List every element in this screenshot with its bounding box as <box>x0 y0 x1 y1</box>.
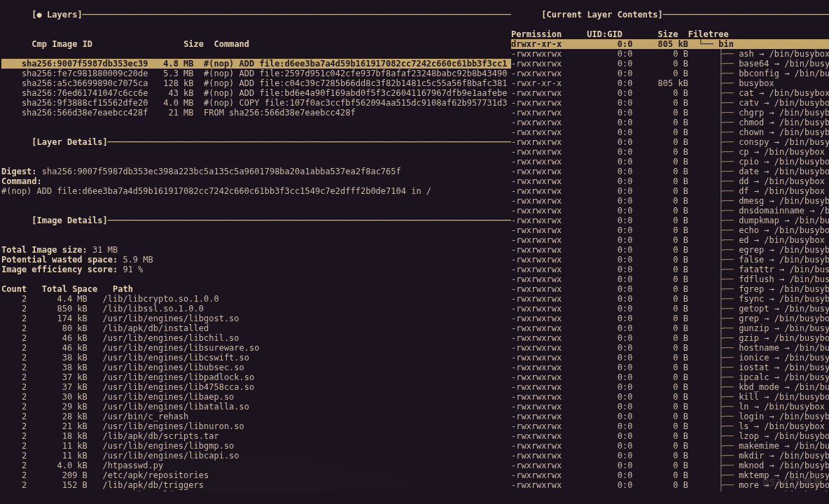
ineff-row: 2 11 kB /usr/lib/engines/libgmp.so <box>1 441 511 451</box>
contents-panel-title: [Current Layer Contents]────────────────… <box>511 0 829 29</box>
filetree-item[interactable]: -rwxrwxrwx 0:0 0 B ├── dd → /bin/busybox <box>511 176 829 186</box>
ineff-row: 2 4.0 kB /htpasswd.py <box>1 461 511 470</box>
image-details-title: [Image Details]─────────────────────────… <box>1 206 511 235</box>
filetree-item[interactable]: -rwxrwxrwx 0:0 0 B ├── cat → /bin/busybo… <box>511 88 829 98</box>
digest-line: Digest: sha256:9007f5987db353ec398a223bc… <box>1 167 511 176</box>
filetree-item[interactable]: -rwxrwxrwx 0:0 0 B ├── ed → /bin/busybox <box>511 235 829 245</box>
filetree-item[interactable]: -rwxrwxrwx 0:0 0 B ├── chmod → /bin/busy… <box>511 118 829 127</box>
filetree-item[interactable]: -rwxrwxrwx 0:0 0 B ├── dmesg → /bin/busy… <box>511 196 829 206</box>
col-cmp: Cmp <box>32 39 47 49</box>
layer-row[interactable]: sha256:76ed61741047c6cc6e 43 kB #(nop) A… <box>1 88 511 98</box>
ineff-row: 2 38 kB /usr/lib/engines/libcswift.so <box>1 353 511 363</box>
filetree-item[interactable]: -rwxrwxrwx 0:0 0 B ├── echo → /bin/busyb… <box>511 225 829 235</box>
ineff-row: 2 174 kB /usr/lib/engines/libgost.so <box>1 314 511 323</box>
filetree-item[interactable]: -rwxrwxrwx 0:0 0 B ├── fgrep → /bin/busy… <box>511 284 829 294</box>
filetree-item[interactable]: -rwxrwxrwx 0:0 0 B ├── egrep → /bin/busy… <box>511 245 829 255</box>
filetree-item[interactable]: -rwxrwxrwx 0:0 0 B ├── ash → /bin/busybo… <box>511 49 829 59</box>
filetree-item[interactable]: -rwxrwxrwx 0:0 0 B ├── date → /bin/busyb… <box>511 167 829 176</box>
layer-row[interactable]: sha256:9007f5987db353ec39 4.8 MB #(nop) … <box>1 59 511 69</box>
layer-row[interactable]: sha256:566d38e7eaebcc428f 21 MB FROM sha… <box>1 108 511 118</box>
filetree-item[interactable]: -rwxrwxrwx 0:0 0 B ├── catv → /bin/busyb… <box>511 98 829 108</box>
filetree-item[interactable]: -rwxrwxrwx 0:0 0 B ├── login → /bin/busy… <box>511 412 829 421</box>
ineff-row: 2 11 kB /usr/lib/engines/libcapi.so <box>1 451 511 461</box>
ineff-row: 2 46 kB /usr/lib/engines/libsureware.so <box>1 343 511 353</box>
layers-panel-title: [● Layers]──────────────────────────────… <box>1 0 511 29</box>
footer-bar: ^C Quit | Tab Switch view | ^F Filter fi… <box>0 491 829 504</box>
layer-row[interactable]: sha256:fe7c981880009c20de 5.3 MB #(nop) … <box>1 69 511 78</box>
layer-row[interactable]: sha256:9f3888cf15562dfe20 4.0 MB #(nop) … <box>1 98 511 108</box>
ineff-row: 2 29 kB /usr/lib/engines/libatalla.so <box>1 402 511 412</box>
filetree-item[interactable]: -rwxrwxrwx 0:0 0 B ├── base64 → /bin/bus… <box>511 59 829 69</box>
filetree-item[interactable]: -rwxrwxrwx 0:0 0 B ├── fdflush → /bin/bu… <box>511 274 829 284</box>
ineff-columns: Count Total Space Path <box>1 284 511 294</box>
filetree-item[interactable]: -rwxrwxrwx 0:0 0 B ├── dumpkmap → /bin/b… <box>511 216 829 225</box>
col-id: Image ID <box>52 39 92 49</box>
filetree-item[interactable]: -rwxrwxrwx 0:0 0 B ├── fsync → /bin/busy… <box>511 294 829 304</box>
filetree-item[interactable]: -rwxrwxrwx 0:0 0 B ├── dnsdomainname → /… <box>511 206 829 216</box>
contents-columns: Permission UID:GID Size Filetree <box>511 29 829 39</box>
ineff-row: 2 37 kB /usr/lib/engines/libpadlock.so <box>1 372 511 382</box>
layer-details-title: [Layer Details]─────────────────────────… <box>1 127 511 157</box>
filetree-item[interactable]: -rwxrwxrwx 0:0 0 B ├── mknod → /bin/busy… <box>511 461 829 470</box>
filetree-item[interactable]: -rwxrwxrwx 0:0 0 B ├── bbconfig → /bin/b… <box>511 69 829 78</box>
filetree-item[interactable]: -rwxrwxrwx 0:0 0 B ├── mkdir → /bin/busy… <box>511 451 829 461</box>
filetree-item[interactable]: -rwxrwxrwx 0:0 0 B ├── iostat → /bin/bus… <box>511 363 829 372</box>
ineff-row: 2 21 kB /usr/lib/engines/libnuron.so <box>1 421 511 431</box>
filetree-item[interactable]: -rwxrwxrwx 0:0 0 B ├── cpio → /bin/busyb… <box>511 157 829 167</box>
filetree-item[interactable]: -rwxrwxrwx 0:0 0 B ├── gunzip → /bin/bus… <box>511 323 829 333</box>
filetree-item[interactable]: -rwxrwxrwx 0:0 0 B ├── df → /bin/busybox <box>511 186 829 196</box>
layer-row[interactable]: sha256:a5c36699890c7075ca 128 kB #(nop) … <box>1 78 511 88</box>
filetree-dir[interactable]: drwxr-xr-x 0:0 805 kB └── bin <box>511 39 829 49</box>
filetree-item[interactable]: -rwxrwxrwx 0:0 0 B ├── conspy → /bin/bus… <box>511 137 829 147</box>
col-cmd: Command <box>214 39 249 49</box>
total-image-size: Total Image size: 31 MB <box>1 245 511 255</box>
filetree-item[interactable]: -rwxrwxrwx 0:0 0 B ├── fatattr → /bin/bu… <box>511 265 829 274</box>
layers-columns: Cmp Image ID Size Command <box>1 29 511 59</box>
filetree-item[interactable]: -rwxrwxrwx 0:0 0 B ├── false → /bin/busy… <box>511 255 829 265</box>
command-label: Command: <box>1 176 511 186</box>
filetree-item[interactable]: -rwxrwxrwx 0:0 0 B ├── chgrp → /bin/busy… <box>511 108 829 118</box>
filetree-item[interactable]: -rwxrwxrwx 0:0 0 B ├── makemime → /bin/b… <box>511 441 829 451</box>
filetree-item[interactable]: -rwxrwxrwx 0:0 0 B ├── cp → /bin/busybox <box>511 147 829 157</box>
filetree-item[interactable]: -rwxrwxrwx 0:0 0 B ├── getopt → /bin/bus… <box>511 304 829 314</box>
filetree-item[interactable]: -rwxrwxrwx 0:0 0 B ├── ls → /bin/busybox <box>511 421 829 431</box>
ineff-row: 2 152 B /lib/apk/db/triggers <box>1 480 511 490</box>
filetree-item[interactable]: -rwxrwxrwx 0:0 0 B ├── lzop → /bin/busyb… <box>511 431 829 441</box>
ineff-row: 2 38 kB /usr/lib/engines/libubsec.so <box>1 363 511 372</box>
filetree-item[interactable]: -rwxrwxrwx 0:0 0 B ├── kill → /bin/busyb… <box>511 392 829 402</box>
ineff-row: 2 37 kB /usr/lib/engines/lib4758cca.so <box>1 382 511 392</box>
wasted-space: Potential wasted space: 5.9 MB <box>1 255 511 265</box>
filetree-item[interactable]: -rwxrwxrwx 0:0 0 B ├── ipcalc → /bin/bus… <box>511 372 829 382</box>
command-value: #(nop) ADD file:d6ee3ba7a4d59b161917082c… <box>1 186 511 196</box>
ineff-row: 2 80 kB /lib/apk/db/installed <box>1 323 511 333</box>
ineff-row: 2 28 kB /usr/bin/c_rehash <box>1 412 511 421</box>
ineff-row: 2 209 B /etc/apk/repositories <box>1 470 511 480</box>
filetree-item[interactable]: -rwxrwxrwx 0:0 0 B ├── ionice → /bin/bus… <box>511 353 829 363</box>
ineff-row: 2 850 kB /lib/libssl.so.1.0.0 <box>1 304 511 314</box>
ineff-row: 2 18 kB /lib/apk/db/scripts.tar <box>1 431 511 441</box>
ineff-row: 2 30 kB /usr/lib/engines/libaep.so <box>1 392 511 402</box>
ineff-row: 2 46 kB /usr/lib/engines/libchil.so <box>1 333 511 343</box>
filetree-item[interactable]: -rwxrwxrwx 0:0 0 B ├── chown → /bin/busy… <box>511 127 829 137</box>
filetree-item[interactable]: -rwxrwxrwx 0:0 0 B ├── ln → /bin/busybox <box>511 402 829 412</box>
filetree-item[interactable]: -rwxrwxrwx 0:0 0 B ├── grep → /bin/busyb… <box>511 314 829 323</box>
filetree-item[interactable]: -rwxrwxrwx 0:0 0 B ├── hostname → /bin/b… <box>511 343 829 353</box>
efficiency-score: Image efficiency score: 91 % <box>1 265 511 274</box>
col-size: Size <box>183 39 204 49</box>
filetree-item[interactable]: -rwxr-xr-x 0:0 805 kB ├── busybox <box>511 78 829 88</box>
watermark: @51CTO博客 <box>762 477 823 487</box>
filetree-item[interactable]: -rwxrwxrwx 0:0 0 B ├── kbd_mode → /bin/b… <box>511 382 829 392</box>
ineff-row: 2 4.4 MB /lib/libcrypto.so.1.0.0 <box>1 294 511 304</box>
filetree-item[interactable]: -rwxrwxrwx 0:0 0 B ├── gzip → /bin/busyb… <box>511 333 829 343</box>
